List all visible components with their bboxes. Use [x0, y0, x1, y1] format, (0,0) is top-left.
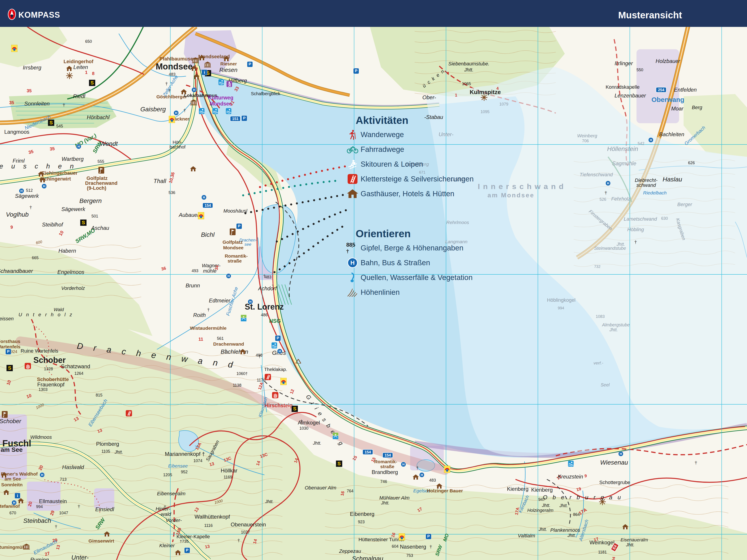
kompass-map-sample: KOMPASS Musteransicht: [0, 0, 747, 560]
map-label: am See: [1, 447, 23, 453]
map-label: 512: [26, 188, 33, 192]
legend-orientation-title: Orientieren: [356, 228, 593, 240]
map-label: 542: [638, 141, 644, 145]
ski-icon: [346, 159, 359, 169]
map-label: Höri-: [173, 140, 182, 144]
church-cross-icon: †: [263, 273, 266, 278]
kompass-logo-icon: [8, 8, 16, 20]
map-label: Höribachl: [87, 115, 109, 120]
museum-icon: [204, 61, 211, 68]
map-label: Schmalnau: [352, 556, 383, 560]
map-label: 1176: [257, 378, 265, 382]
church-cross-icon: †: [55, 524, 57, 529]
map-label: 13: [205, 544, 210, 549]
museum-icon: [190, 100, 197, 105]
legend-activities-list: WanderwegeFahrradwegeSkitouren & LoipenK…: [346, 127, 593, 201]
legend-item: Höhenlinien: [346, 285, 593, 300]
legend-item: 88̣5 †Gipfel, Berge & Höhenangaben: [346, 241, 593, 256]
map-label: Wald: [54, 307, 63, 312]
legend-item: Skitouren & Loipen: [346, 157, 593, 171]
legend-item: HBahn, Bus & Straßen: [346, 256, 593, 270]
map-label: Bichl: [201, 232, 215, 238]
kompass-poi-icon: [169, 116, 175, 123]
map-label: Schwandbauer: [0, 268, 33, 274]
map-label: Lametschwand: [624, 217, 657, 221]
map-label: 764: [347, 489, 354, 493]
church-cross-icon: †: [300, 419, 303, 424]
map-label: Stefanihof: [0, 504, 20, 508]
hut-icon: [40, 177, 46, 183]
kompass-poi-icon: [280, 378, 287, 385]
map-label: 1027: [241, 530, 250, 534]
road-shield: 154: [202, 203, 213, 208]
kompass-poi-icon: [444, 466, 450, 473]
map-label: 732: [594, 265, 600, 269]
map-label: Mariannenkopf †: [165, 451, 205, 457]
hut-icon: [104, 531, 110, 537]
road-shield: 154: [382, 452, 393, 458]
church-cross-icon: †: [78, 504, 80, 509]
bus-stop-icon: H: [174, 110, 179, 115]
hut-icon: [413, 475, 419, 480]
map-label: Wallhüttenkopf: [195, 514, 230, 519]
legend-item-label: Klettersteige & Seilversicherungen: [359, 175, 473, 183]
header-bar: KOMPASS Musteransicht: [0, 0, 747, 27]
map-label: Jhtt.: [313, 441, 321, 445]
map-label: NSG: [269, 318, 281, 324]
parking-icon: P: [5, 349, 11, 354]
map-label: 536: [169, 191, 175, 195]
parking-icon: P: [275, 335, 281, 341]
map-label: 952: [181, 470, 187, 474]
map-label: 1181: [598, 550, 607, 554]
legend-item: Wanderwege: [346, 127, 593, 142]
map-label: 36: [161, 266, 166, 271]
summer-toboggan-icon: S: [6, 365, 13, 371]
map-label: 8: [92, 71, 94, 76]
map-label: Engelmoos: [57, 269, 84, 275]
map-label: Sonnleiten: [24, 101, 50, 106]
map-label: Konradskapelle: [606, 85, 640, 89]
map-label: 746: [380, 480, 387, 484]
map-label: 20: [27, 501, 33, 507]
hut-icon: [190, 166, 196, 171]
map-label: 630: [661, 216, 668, 220]
swimming-icon: [218, 79, 224, 85]
map-label: 1303: [38, 388, 48, 392]
map-label: Bachleiten: [659, 132, 684, 137]
map-label: Unter-: [71, 554, 88, 560]
parking-icon: P: [247, 61, 253, 67]
map-label: Sonnleitn: [1, 482, 23, 487]
bus-stop-icon: H: [42, 184, 47, 189]
map-label: Brunn: [186, 283, 200, 288]
map-label: Diebrecht-: [635, 178, 658, 183]
hut-icon: [181, 89, 187, 95]
summer-toboggan-icon: S: [48, 119, 54, 126]
map-label: Mühlauer Alm: [380, 496, 410, 500]
map-label: 1: [85, 70, 87, 75]
hut-icon: [1, 473, 7, 478]
map-label: Schober: [0, 418, 21, 424]
legend-orientation-list: 88̣5 †Gipfel, Berge & HöhenangabenHBahn,…: [346, 241, 593, 300]
map-label: Haslau: [663, 176, 682, 183]
church-cross-icon: †: [164, 504, 166, 509]
map-label: 16: [340, 491, 345, 496]
parking-icon: P: [426, 534, 432, 539]
map-label: 753: [406, 554, 413, 558]
golf-icon: [2, 411, 8, 418]
map-label: 19: [576, 486, 582, 492]
map-label: Kreuzstein: [558, 474, 583, 479]
map-label: Ruming: [30, 557, 49, 560]
map-label: 561: [217, 337, 224, 341]
hut-icon: [239, 349, 246, 354]
museum-icon: [23, 544, 30, 550]
map-label: 604: [392, 544, 398, 548]
ladder-icon: [346, 174, 359, 184]
map-label: Haslwald: [62, 464, 84, 470]
map-label: Mondsee: [156, 62, 193, 71]
church-cross-icon: †: [416, 465, 419, 470]
legend-item-label: Fahrradwege: [359, 145, 404, 154]
map-label: 1264: [74, 371, 83, 375]
museum-icon: [192, 57, 199, 63]
map-label: Almbergstube: [602, 323, 629, 327]
map-label: verf.-: [593, 361, 603, 365]
